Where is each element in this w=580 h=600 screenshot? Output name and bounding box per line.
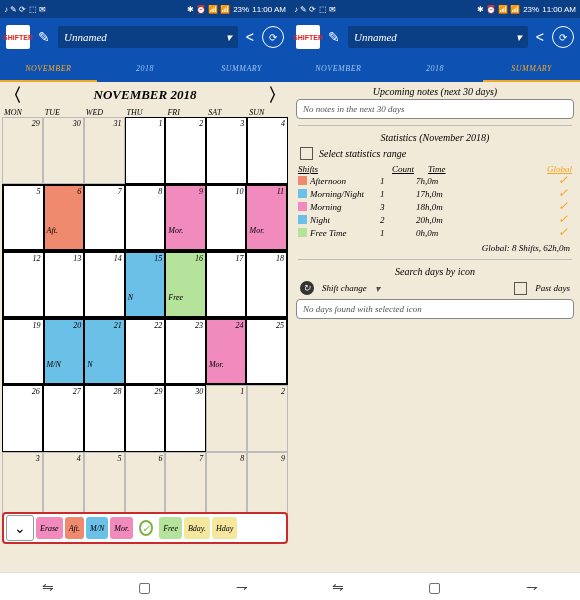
pencil-icon[interactable]: ✎ xyxy=(38,29,50,45)
prev-month[interactable]: 〈 xyxy=(4,83,22,107)
cal-cell[interactable]: 9Mor. xyxy=(165,185,206,250)
dropdown-icon[interactable]: ▾ xyxy=(375,283,380,294)
cal-cell[interactable]: 6 xyxy=(125,452,166,519)
upcoming-box: No notes in the next 30 days xyxy=(296,99,574,119)
app-icon[interactable]: SHIFTER xyxy=(6,25,30,49)
app-icon[interactable]: SHIFTER xyxy=(296,25,320,49)
chevron-down-icon: ▾ xyxy=(226,31,232,44)
shift-toolbar: ⌄ Erase Aft. M/N Mor. ✓ Free Bday. Hday xyxy=(2,512,288,544)
range-label: Select statistics range xyxy=(319,148,406,159)
tab-year[interactable]: 2018 xyxy=(97,56,194,82)
cal-cell[interactable]: 6Aft. xyxy=(44,185,85,250)
nav-back-icon[interactable]: ⇁ xyxy=(526,579,538,595)
past-days-label: Past days xyxy=(535,283,570,293)
cal-cell[interactable]: 3 xyxy=(2,452,43,519)
cal-cell[interactable]: 22 xyxy=(125,319,166,384)
cal-cell[interactable]: 20M/N xyxy=(44,319,85,384)
app-bar: SHIFTER ✎ Unnamed ▾ < ⟳ xyxy=(0,18,290,56)
cal-cell[interactable]: 29 xyxy=(125,385,166,452)
title-text: Unnamed xyxy=(64,31,107,43)
cal-cell[interactable]: 15N xyxy=(125,252,166,317)
chip-free[interactable]: Free xyxy=(159,517,182,539)
cal-cell[interactable]: 30 xyxy=(43,117,84,184)
cal-cell[interactable]: 9 xyxy=(247,452,288,519)
toolbar-collapse[interactable]: ⌄ xyxy=(6,515,34,541)
stats-table: Shifts Count Time Global Afternoon17h,0m… xyxy=(298,164,572,239)
chip-afternoon[interactable]: Aft. xyxy=(65,517,84,539)
share-icon[interactable]: < xyxy=(246,29,254,45)
chip-bday[interactable]: Bday. xyxy=(184,517,210,539)
tab-month[interactable]: NOVEMBER xyxy=(0,56,97,82)
cal-cell[interactable]: 5 xyxy=(84,452,125,519)
cal-cell[interactable]: 4 xyxy=(247,117,288,184)
cal-cell[interactable]: 2 xyxy=(165,117,206,184)
cal-cell[interactable]: 1 xyxy=(125,117,166,184)
past-days-checkbox[interactable] xyxy=(514,282,527,295)
stats-title: Statistics (November 2018) xyxy=(290,132,580,143)
cal-cell[interactable]: 23 xyxy=(165,319,206,384)
stats-row: Free Time10h,0m✓ xyxy=(298,226,572,239)
chip-morning-night[interactable]: M/N xyxy=(86,517,108,539)
cal-cell[interactable]: 27 xyxy=(43,385,84,452)
cal-cell[interactable]: 16Free xyxy=(165,252,206,317)
cal-cell[interactable]: 24Mor. xyxy=(206,319,247,384)
cal-cell[interactable]: 25 xyxy=(246,319,287,384)
status-bar: ♪ ✎ ⟳ ⬚ ✉ ✱ ⏰ 📶 📶23%11:00 AM xyxy=(290,0,580,18)
title-dropdown[interactable]: Unnamed ▾ xyxy=(348,26,528,48)
tab-year[interactable]: 2018 xyxy=(387,56,484,82)
tab-summary[interactable]: SUMMARY xyxy=(193,56,290,82)
nav-recent-icon[interactable]: ⇋ xyxy=(42,579,54,595)
nav-home-icon[interactable]: ▢ xyxy=(428,579,441,595)
cal-cell[interactable]: 14 xyxy=(84,252,125,317)
chevron-down-icon: ▾ xyxy=(516,31,522,44)
cal-cell[interactable]: 11Mor. xyxy=(246,185,287,250)
cal-cell[interactable]: 7 xyxy=(165,452,206,519)
cal-cell[interactable]: 21N xyxy=(84,319,125,384)
upcoming-title: Upcoming notes (next 30 days) xyxy=(290,86,580,97)
cal-cell[interactable]: 18 xyxy=(246,252,287,317)
next-month[interactable]: 〉 xyxy=(268,83,286,107)
sync-icon[interactable]: ⟳ xyxy=(262,26,284,48)
nav-home-icon[interactable]: ▢ xyxy=(138,579,151,595)
refresh-icon[interactable]: ↻ xyxy=(300,281,314,295)
tab-month[interactable]: NOVEMBER xyxy=(290,56,387,82)
search-title: Search days by icon xyxy=(290,266,580,277)
tab-summary[interactable]: SUMMARY xyxy=(483,56,580,82)
calendar-grid: 29 30 31 1 2 3 4 5 6Aft. 7 8 9Mor. 10 11… xyxy=(0,117,290,519)
chip-erase[interactable]: Erase xyxy=(36,517,63,539)
cal-cell[interactable]: 30 xyxy=(165,385,206,452)
title-dropdown[interactable]: Unnamed ▾ xyxy=(58,26,238,48)
nav-recent-icon[interactable]: ⇋ xyxy=(332,579,344,595)
tabs: NOVEMBER 2018 SUMMARY xyxy=(290,56,580,82)
pencil-icon[interactable]: ✎ xyxy=(328,29,340,45)
cal-cell[interactable]: 10 xyxy=(206,185,247,250)
cal-cell[interactable]: 29 xyxy=(2,117,43,184)
shift-change-label: Shift change xyxy=(322,283,367,293)
cal-cell-today[interactable]: 19 xyxy=(3,319,44,384)
cal-cell[interactable]: 8 xyxy=(125,185,166,250)
cal-cell[interactable]: 13 xyxy=(44,252,85,317)
cal-cell[interactable]: 17 xyxy=(206,252,247,317)
chip-confirm[interactable]: ✓ xyxy=(135,517,157,539)
share-icon[interactable]: < xyxy=(536,29,544,45)
cal-cell[interactable]: 2 xyxy=(247,385,288,452)
range-checkbox[interactable] xyxy=(300,147,313,160)
chip-hday[interactable]: Hday xyxy=(212,517,237,539)
calendar-title: NOVEMBER 2018 xyxy=(94,87,197,103)
status-bar: ♪ ✎ ⟳ ⬚ ✉ ✱ ⏰ 📶 📶23%11:00 AM xyxy=(0,0,290,18)
nav-back-icon[interactable]: ⇁ xyxy=(236,579,248,595)
cal-cell[interactable]: 8 xyxy=(206,452,247,519)
cal-cell[interactable]: 26 xyxy=(2,385,43,452)
cal-cell[interactable]: 4 xyxy=(43,452,84,519)
chip-morning[interactable]: Mor. xyxy=(110,517,133,539)
app-bar: SHIFTER ✎ Unnamed ▾ < ⟳ xyxy=(290,18,580,56)
cal-cell[interactable]: 5 xyxy=(3,185,44,250)
cal-cell[interactable]: 7 xyxy=(84,185,125,250)
cal-cell[interactable]: 1 xyxy=(206,385,247,452)
cal-cell[interactable]: 31 xyxy=(84,117,125,184)
cal-cell[interactable]: 28 xyxy=(84,385,125,452)
global-total: Global: 8 Shifts, 62h,0m xyxy=(300,243,570,253)
cal-cell[interactable]: 3 xyxy=(206,117,247,184)
cal-cell[interactable]: 12 xyxy=(3,252,44,317)
sync-icon[interactable]: ⟳ xyxy=(552,26,574,48)
